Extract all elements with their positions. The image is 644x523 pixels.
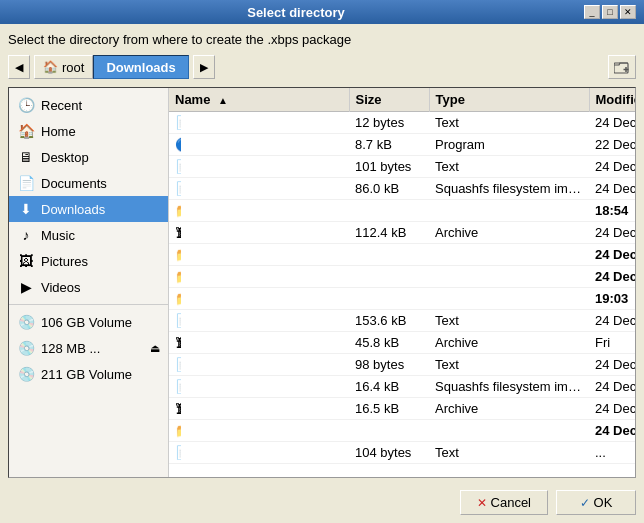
file-size: 153.6 kB — [349, 310, 429, 332]
cancel-icon: ✕ — [477, 496, 487, 510]
sidebar-item-music[interactable]: ♪Music — [9, 222, 168, 248]
table-row[interactable]: 🔵xdeb8.7 kBProgram22 Dec 2021 — [169, 134, 635, 156]
sidebar-label-home: Home — [41, 124, 76, 139]
file-size: 8.7 kB — [349, 134, 429, 156]
dialog-body: Select the directory from where to creat… — [0, 24, 644, 523]
title-bar-controls[interactable]: _ □ ✕ — [584, 5, 636, 19]
eject-icon[interactable]: ⏏ — [150, 342, 160, 355]
file-size: 12 bytes — [349, 112, 429, 134]
table-row[interactable]: 📁test19:03 — [169, 288, 635, 310]
minimize-button[interactable]: _ — [584, 5, 600, 19]
sidebar-item-vol128[interactable]: 💿128 MB ...⏏ — [9, 335, 168, 361]
table-row[interactable]: 📄uextract...101 bytesText24 Dec 2021 — [169, 156, 635, 178]
file-size: 112.4 kB — [349, 222, 429, 244]
sidebar-item-videos[interactable]: ▶Videos — [9, 274, 168, 300]
cancel-button[interactable]: ✕ Cancel — [460, 490, 548, 515]
sidebar-item-documents[interactable]: 📄Documents — [9, 170, 168, 196]
browse-button[interactable] — [608, 55, 636, 79]
file-type-icon: 📄 — [175, 313, 181, 328]
title-bar-title: Select directory — [8, 5, 584, 20]
col-header-type[interactable]: Type — [429, 88, 589, 112]
table-row[interactable]: 🗜pup-sysi...45.8 kBArchiveFri — [169, 332, 635, 354]
documents-icon: 📄 — [17, 175, 35, 191]
sidebar-label-downloads: Downloads — [41, 202, 105, 217]
nav-forward-button[interactable]: ▶ — [193, 55, 215, 79]
file-table-wrapper[interactable]: 📄xdeb co...12 bytesText24 Dec 2021🔵xdeb8… — [169, 112, 635, 477]
ok-button[interactable]: ✓ OK — [556, 490, 636, 515]
file-modified: 24 Dec 2021 — [589, 244, 635, 266]
sidebar-item-recent[interactable]: 🕒Recent — [9, 92, 168, 118]
file-type-icon: 📄 — [175, 181, 181, 196]
file-size: 86.0 kB — [349, 178, 429, 200]
file-modified: 19:03 — [589, 288, 635, 310]
sidebar-item-downloads[interactable]: ⬇Downloads — [9, 196, 168, 222]
nav-back-button[interactable]: ◀ — [8, 55, 30, 79]
table-row[interactable]: 📄ofileopen...104 bytesText... — [169, 442, 635, 464]
file-type-icon: 📄 — [175, 357, 181, 372]
col-header-size[interactable]: Size — [349, 88, 429, 112]
table-row[interactable]: 📄shlibs153.6 kBText24 Dec 2021 — [169, 310, 635, 332]
file-modified: 22 Dec 2021 — [589, 134, 635, 156]
file-type-icon: 📄 — [175, 445, 181, 460]
file-type-icon: 📁 — [175, 247, 181, 262]
vol211-icon: 💿 — [17, 366, 35, 382]
file-modified: 24 Dec 2021 — [589, 310, 635, 332]
table-row[interactable]: 📄pfind-6.3...98 bytesText24 Dec 2021 — [169, 354, 635, 376]
sidebar-item-pictures[interactable]: 🖼Pictures — [9, 248, 168, 274]
vol106-icon: 💿 — [17, 314, 35, 330]
file-modified: 24 Dec 2021 — [589, 354, 635, 376]
file-list-container: Name ▲ Size Type Modified — [169, 88, 635, 477]
file-type-icon: 📄 — [175, 159, 181, 174]
sidebar-item-home[interactable]: 🏠Home — [9, 118, 168, 144]
close-button[interactable]: ✕ — [620, 5, 636, 19]
recent-icon: 🕒 — [17, 97, 35, 113]
nav-right — [608, 55, 636, 79]
file-modified: 24 Dec 2021 — [589, 222, 635, 244]
desktop-icon: 🖥 — [17, 149, 35, 165]
cancel-label: Cancel — [491, 495, 531, 510]
file-type — [429, 200, 589, 222]
folder-new-icon — [614, 60, 630, 74]
vol128-icon: 💿 — [17, 340, 35, 356]
sidebar-label-vol106: 106 GB Volume — [41, 315, 132, 330]
table-row[interactable]: 📁test puc24 Dec 2021 — [169, 266, 635, 288]
file-type: Archive — [429, 398, 589, 420]
main-area: 🕒Recent🏠Home🖥Desktop📄Documents⬇Downloads… — [8, 87, 636, 478]
file-tbody: 📄xdeb co...12 bytesText24 Dec 2021🔵xdeb8… — [169, 112, 635, 464]
sidebar-item-desktop[interactable]: 🖥Desktop — [9, 144, 168, 170]
sidebar-label-desktop: Desktop — [41, 150, 89, 165]
sidebar-label-music: Music — [41, 228, 75, 243]
file-type-icon: 📄 — [175, 379, 181, 394]
file-type-icon: 📁 — [175, 423, 181, 438]
sidebar-item-vol211[interactable]: 💿211 GB Volume — [9, 361, 168, 387]
sidebar-item-vol106[interactable]: 💿106 GB Volume — [9, 309, 168, 335]
file-type-icon: 📁 — [175, 269, 181, 284]
file-type-icon: 🗜 — [175, 336, 181, 350]
crumb-root[interactable]: 🏠 root — [34, 55, 93, 79]
file-type — [429, 244, 589, 266]
file-modified: 24 Dec 2021 — [589, 376, 635, 398]
file-modified: Fri — [589, 332, 635, 354]
table-row[interactable]: 📁pfind-6.324 Dec 2021 — [169, 420, 635, 442]
col-header-modified[interactable]: Modified — [589, 88, 635, 112]
table-row[interactable]: 📄pfind-6.3...16.4 kBSquashfs filesystem … — [169, 376, 635, 398]
title-bar: Select directory _ □ ✕ — [0, 0, 644, 24]
sidebar-label-pictures: Pictures — [41, 254, 88, 269]
col-header-name[interactable]: Name ▲ — [169, 88, 349, 112]
file-type-icon: 🗜 — [175, 402, 181, 416]
table-row[interactable]: 🗜uextract...112.4 kBArchive24 Dec 2021 — [169, 222, 635, 244]
file-type-icon: 📁 — [175, 203, 181, 218]
crumb-active[interactable]: Downloads — [93, 55, 188, 79]
nav-bar: ◀ 🏠 root Downloads ▶ — [8, 55, 636, 79]
file-type: Archive — [429, 332, 589, 354]
table-row[interactable]: 🗜pfind-6.3...16.5 kBArchive24 Dec 2021 — [169, 398, 635, 420]
table-row[interactable]: 📁uextract...24 Dec 2021 — [169, 244, 635, 266]
file-type-icon: 🔵 — [175, 137, 181, 152]
maximize-button[interactable]: □ — [602, 5, 618, 19]
table-row[interactable]: 📄xdeb co...12 bytesText24 Dec 2021 — [169, 112, 635, 134]
file-type: Text — [429, 442, 589, 464]
file-size: 98 bytes — [349, 354, 429, 376]
table-row[interactable]: 📄uextract...86.0 kBSquashfs filesystem i… — [169, 178, 635, 200]
sidebar-divider — [9, 304, 168, 305]
table-row[interactable]: 📁uextract...18:54 — [169, 200, 635, 222]
